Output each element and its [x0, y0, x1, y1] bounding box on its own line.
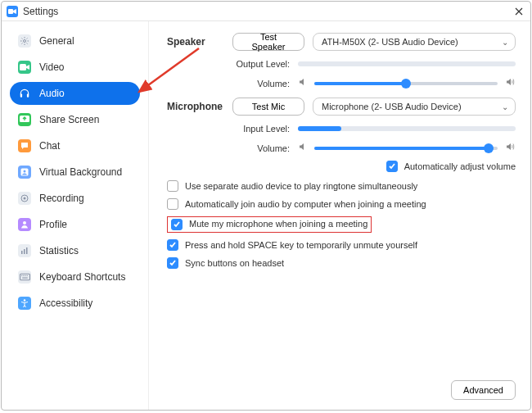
recording-icon	[18, 192, 31, 205]
svg-rect-12	[24, 249, 25, 254]
speaker-volume-slider[interactable]	[314, 82, 498, 85]
mic-device-value: Microphone (2- USB Audio Device)	[322, 102, 462, 111]
share-screen-icon	[18, 113, 31, 126]
chevron-down-icon: ⌄	[502, 102, 508, 111]
input-level-label: Input Level:	[232, 124, 290, 134]
sync-headset-checkbox[interactable]	[167, 257, 178, 269]
svg-point-1	[24, 40, 26, 43]
speaker-section: Speaker Test Speaker ATH-M50X (2- USB Au…	[167, 33, 516, 89]
svg-rect-19	[22, 278, 28, 279]
speaker-high-icon	[504, 142, 516, 154]
speaker-volume-label: Volume:	[232, 79, 290, 88]
sidebar-item-recording[interactable]: Recording	[10, 187, 140, 210]
speaker-low-icon	[298, 142, 308, 154]
sidebar-item-label: Audio	[39, 88, 65, 99]
sync-headset-label: Sync buttons on headset	[185, 258, 284, 268]
space-unmute-checkbox[interactable]	[167, 239, 178, 251]
svg-rect-18	[26, 275, 27, 276]
accessibility-icon	[18, 297, 31, 310]
svg-point-7	[24, 170, 26, 173]
sidebar-item-label: Share Screen	[39, 114, 99, 125]
svg-rect-11	[21, 251, 23, 254]
sidebar-item-label: Virtual Background	[39, 166, 122, 178]
headphones-icon	[18, 87, 31, 100]
sidebar-item-label: General	[39, 35, 74, 47]
svg-rect-15	[21, 275, 22, 276]
sidebar-item-statistics[interactable]: Statistics	[10, 239, 140, 262]
sidebar-item-accessibility[interactable]: Accessibility	[10, 292, 140, 315]
close-button[interactable]	[512, 5, 525, 18]
sidebar-item-label: Statistics	[39, 245, 79, 256]
mute-on-join-checkbox[interactable]	[171, 219, 183, 230]
svg-rect-14	[20, 274, 29, 280]
microphone-heading: Microphone	[167, 101, 232, 112]
svg-rect-3	[20, 94, 22, 98]
virtual-background-icon	[18, 166, 31, 179]
sidebar: General Video Audio Share Screen	[2, 21, 149, 410]
options-list: Use separate audio device to play ringto…	[167, 180, 516, 269]
auto-join-audio-checkbox[interactable]	[167, 198, 178, 210]
svg-point-20	[24, 299, 26, 302]
auto-adjust-volume-label: Automatically adjust volume	[404, 161, 516, 171]
speaker-heading: Speaker	[167, 36, 232, 48]
sidebar-item-general[interactable]: General	[10, 30, 140, 52]
settings-window: Settings General Video Au	[1, 1, 531, 411]
svg-point-9	[24, 197, 26, 200]
svg-rect-2	[20, 64, 26, 70]
chat-icon	[18, 139, 31, 152]
sidebar-item-audio[interactable]: Audio	[10, 82, 140, 105]
speaker-high-icon	[504, 77, 516, 89]
space-unmute-label: Press and hold SPACE key to temporarily …	[185, 240, 417, 250]
gear-icon	[18, 34, 31, 48]
mic-device-select[interactable]: Microphone (2- USB Audio Device) ⌄	[313, 98, 516, 116]
sidebar-item-chat[interactable]: Chat	[10, 134, 140, 157]
mute-on-join-label: Mute my microphone when joining a meetin…	[189, 219, 367, 230]
highlight-annotation: Mute my microphone when joining a meetin…	[167, 216, 372, 233]
video-icon	[18, 61, 31, 74]
chevron-down-icon: ⌄	[502, 38, 508, 47]
sidebar-item-profile[interactable]: Profile	[10, 213, 140, 236]
output-level-meter	[298, 61, 516, 66]
auto-adjust-volume-checkbox[interactable]	[386, 161, 398, 172]
separate-ringtone-label: Use separate audio device to play ringto…	[185, 181, 417, 191]
mic-volume-label: Volume:	[232, 143, 290, 153]
content: Speaker Test Speaker ATH-M50X (2- USB Au…	[149, 21, 530, 410]
mic-volume-slider[interactable]	[314, 147, 498, 150]
speaker-device-value: ATH-M50X (2- USB Audio Device)	[322, 37, 458, 47]
speaker-low-icon	[298, 77, 308, 89]
sidebar-item-video[interactable]: Video	[10, 56, 140, 79]
window-title: Settings	[23, 6, 58, 17]
sidebar-item-keyboard-shortcuts[interactable]: Keyboard Shortcuts	[10, 266, 140, 288]
microphone-section: Microphone Test Mic Microphone (2- USB A…	[167, 98, 516, 172]
titlebar: Settings	[2, 2, 530, 21]
test-mic-button[interactable]: Test Mic	[232, 98, 304, 116]
svg-rect-4	[27, 94, 29, 98]
profile-icon	[18, 218, 31, 231]
zoom-app-icon	[7, 6, 18, 17]
sidebar-item-share-screen[interactable]: Share Screen	[10, 108, 140, 131]
sidebar-item-label: Video	[39, 61, 64, 73]
sidebar-item-label: Keyboard Shortcuts	[39, 271, 125, 283]
auto-join-audio-label: Automatically join audio by computer whe…	[185, 199, 426, 209]
svg-point-10	[23, 221, 26, 225]
separate-ringtone-checkbox[interactable]	[167, 180, 178, 192]
sidebar-item-label: Accessibility	[39, 297, 92, 309]
sidebar-item-label: Chat	[39, 140, 60, 152]
svg-rect-16	[23, 275, 24, 276]
statistics-icon	[18, 244, 31, 257]
svg-rect-0	[8, 9, 13, 14]
sidebar-item-virtual-background[interactable]: Virtual Background	[10, 161, 140, 184]
speaker-device-select[interactable]: ATH-M50X (2- USB Audio Device) ⌄	[313, 33, 516, 51]
input-level-meter	[298, 126, 516, 131]
body: General Video Audio Share Screen	[2, 21, 530, 410]
keyboard-icon	[18, 270, 31, 284]
sidebar-item-label: Profile	[39, 219, 67, 230]
sidebar-item-label: Recording	[39, 193, 84, 204]
test-speaker-button[interactable]: Test Speaker	[232, 33, 304, 51]
output-level-label: Output Level:	[232, 59, 290, 69]
svg-rect-13	[26, 247, 28, 254]
advanced-button[interactable]: Advanced	[451, 380, 516, 400]
svg-rect-17	[25, 275, 25, 276]
